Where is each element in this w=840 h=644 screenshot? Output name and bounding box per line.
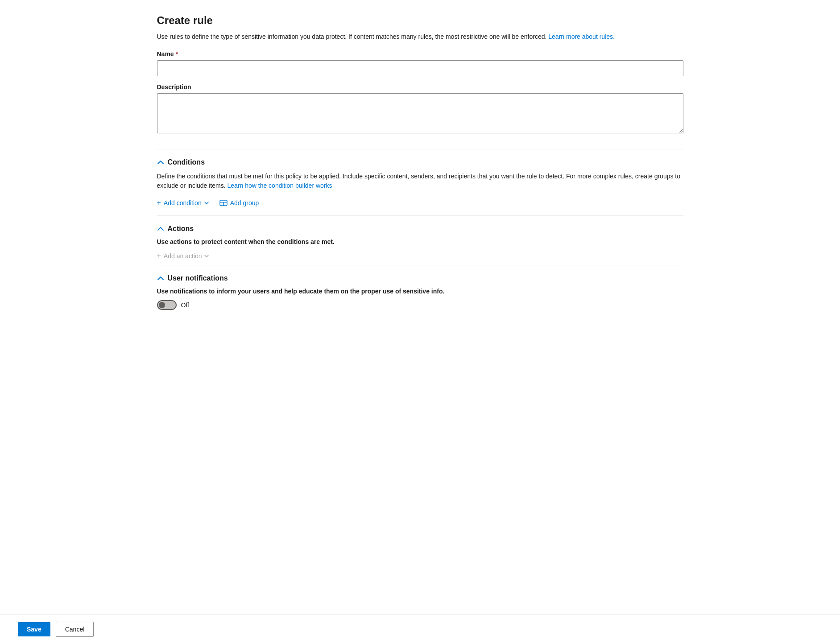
name-input[interactable] (157, 60, 683, 76)
description-label: Description (157, 83, 683, 91)
add-group-button[interactable]: Add group (219, 198, 259, 208)
toggle-thumb (159, 302, 165, 308)
add-condition-button[interactable]: + Add condition (157, 198, 209, 208)
save-button[interactable]: Save (18, 622, 50, 636)
actions-section: Actions Use actions to protect content w… (157, 225, 683, 261)
user-notifications-subtitle: Use notifications to inform your users a… (157, 288, 683, 295)
page-description: Use rules to define the type of sensitiv… (157, 32, 683, 41)
conditions-divider (157, 149, 683, 149)
conditions-actions-row: + Add condition Add group (157, 198, 683, 208)
user-notifications-title: User notifications (168, 274, 228, 282)
add-condition-label: Add condition (164, 199, 202, 206)
required-star: * (176, 50, 178, 58)
actions-title: Actions (168, 225, 194, 233)
actions-header: Actions (157, 225, 683, 233)
add-condition-chevron-icon (204, 201, 209, 206)
user-notifications-header: User notifications (157, 274, 683, 282)
add-action-plus-icon: + (157, 252, 161, 260)
conditions-section: Conditions Define the conditions that mu… (157, 158, 683, 208)
add-action-label: Add an action (164, 252, 202, 260)
page-title: Create rule (157, 14, 683, 27)
actions-chevron-icon (157, 225, 164, 232)
conditions-description: Define the conditions that must be met f… (157, 172, 683, 190)
actions-divider (157, 215, 683, 216)
plus-icon: + (157, 199, 161, 206)
learn-more-rules-link[interactable]: Learn more about rules. (548, 33, 615, 40)
actions-subtitle: Use actions to protect content when the … (157, 238, 683, 245)
notifications-divider (157, 265, 683, 265)
toggle-row: Off (157, 300, 683, 310)
conditions-chevron-icon (157, 159, 164, 166)
conditions-title: Conditions (168, 158, 205, 166)
conditions-header: Conditions (157, 158, 683, 166)
group-icon (219, 200, 228, 206)
add-action-chevron-icon (204, 254, 209, 259)
bottom-bar: Save Cancel (0, 614, 840, 644)
name-label: Name * (157, 50, 683, 58)
add-group-label: Add group (230, 199, 259, 206)
user-notifications-chevron-icon (157, 275, 164, 282)
user-notifications-section: User notifications Use notifications to … (157, 274, 683, 310)
toggle-track (157, 300, 177, 310)
description-input[interactable] (157, 93, 683, 133)
toggle-label: Off (181, 301, 189, 309)
add-action-button[interactable]: + Add an action (157, 251, 209, 261)
toggle-switch[interactable] (157, 300, 177, 310)
learn-condition-builder-link[interactable]: Learn how the condition builder works (227, 182, 332, 189)
cancel-button[interactable]: Cancel (56, 622, 94, 637)
